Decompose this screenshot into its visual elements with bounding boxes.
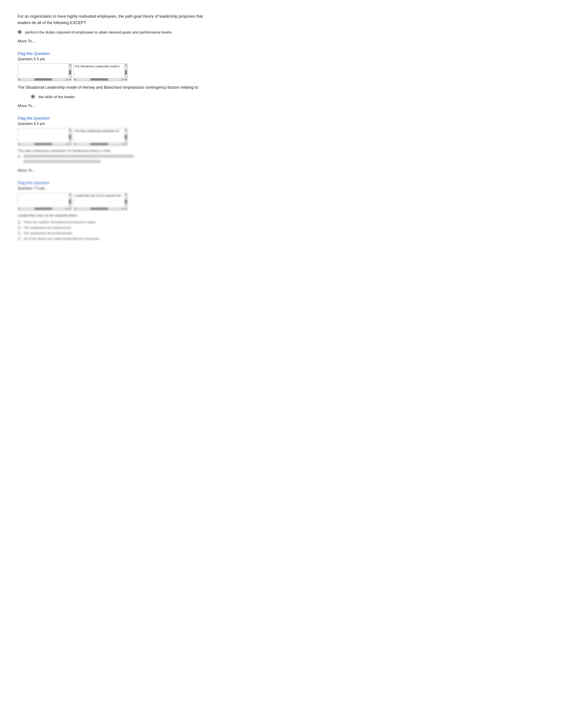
arrow-left-q6r (74, 143, 76, 145)
arrow-down-q6l (69, 144, 71, 145)
bottom-scroll-q7l (18, 207, 68, 210)
arrow-down-q7l (69, 208, 71, 210)
scrollbar-q7-left (68, 193, 71, 210)
bottom-scroll-left[interactable] (18, 78, 68, 81)
answer-q7-3: The employees are professionals. (18, 231, 203, 235)
bottom-scroll-right[interactable] (74, 78, 124, 81)
scrollbar-right-left-widget[interactable] (68, 64, 71, 81)
question-4-section: For an organization to have highly motiv… (18, 13, 203, 43)
blurred-q6-body: The idea underlying substitutes for lead… (18, 149, 203, 164)
flag-question-5[interactable]: Flag this Question (18, 51, 203, 56)
thumb-q7l (69, 199, 71, 204)
blurred-line-2 (23, 160, 101, 163)
scroll-arrow-down-r[interactable] (125, 79, 127, 81)
arrow-right-q6l (66, 143, 68, 145)
widget-right-text-q6: The idea underlining substitutes for (74, 128, 127, 137)
thumb-q6r (125, 135, 127, 139)
scroll-right-arrow-r[interactable] (122, 78, 124, 81)
question-5-section: Flag this Question Question 5 5 pts The … (18, 51, 203, 108)
arrow-right-q7r (122, 208, 124, 210)
question-7-label: Question 7 5 pts (18, 186, 203, 191)
scrollbar-right-right-widget[interactable] (124, 64, 127, 81)
question-7-blurred-block: Flag this Question Question 7 5 pts Lead… (18, 181, 203, 240)
scroll-arrow-up-r[interactable] (125, 64, 127, 66)
radio-q7-2 (18, 226, 21, 229)
h-scroll-thumb-r[interactable] (90, 78, 108, 81)
h-thumb-q6l (34, 143, 52, 145)
widget-right-text-q7: Leadership may not be required whe (74, 193, 127, 201)
scrollbar-q6-left (68, 128, 71, 146)
arrow-left-q6l (18, 143, 20, 145)
radio-q7-1 (18, 221, 21, 224)
question-7-widget: Leadership may not be required whe (18, 193, 203, 210)
question-5-widget: The Situational Leadership model o (18, 64, 203, 81)
widget-right-q6: The idea underlining substitutes for (73, 128, 128, 146)
arrow-up-q6r (125, 129, 127, 130)
arrow-up-q7l (69, 193, 71, 195)
answer-q7-2: The employees are experienced. (18, 226, 203, 229)
scroll-left-arrow[interactable] (18, 78, 20, 81)
move-to-q4[interactable]: Move To... (18, 39, 203, 43)
widget-right: The Situational Leadership model o (73, 64, 128, 81)
answer-q7-4: All of the above can make leadership les… (18, 237, 203, 240)
question-4-text: For an organization to have highly motiv… (18, 13, 203, 26)
radio-blurred-q6 (18, 155, 21, 158)
scroll-arrow-up[interactable] (69, 64, 71, 66)
question-6-section: Flag this Question Question 6 5 pts The … (18, 116, 203, 173)
scrollbar-q6-right (124, 128, 127, 146)
arrow-left-q7l (18, 208, 20, 210)
arrow-right-q6r (122, 143, 124, 145)
move-to-q5[interactable]: Move To... (18, 104, 203, 108)
answer-text-q5: the skills of the leader. (38, 94, 75, 100)
widget-right-text: The Situational Leadership model o (74, 64, 127, 72)
flag-question-7: Flag this Question (18, 181, 203, 185)
h-scroll-thumb[interactable] (34, 78, 52, 81)
widget-left-q6 (18, 128, 72, 146)
widget-left (18, 64, 72, 81)
question-5-answer-option[interactable]: the skills of the leader. (18, 94, 203, 100)
question-5-label: Question 5 5 pts (18, 57, 203, 61)
scroll-thumb[interactable] (69, 70, 71, 75)
question-6-blurred-widget: The idea underlining substitutes for The… (18, 128, 203, 173)
arrow-up-q6l (69, 129, 71, 130)
scroll-left-arrow-r[interactable] (74, 78, 76, 81)
flag-question-6[interactable]: Flag this Question (18, 116, 203, 121)
bottom-scroll-q7r (74, 207, 124, 210)
scroll-right-arrow[interactable] (66, 78, 68, 81)
radio-button-selected[interactable] (18, 30, 22, 34)
blurred-answer-q6 (18, 155, 203, 164)
bottom-scroll-q6l (18, 143, 68, 146)
widget-right-q7: Leadership may not be required whe (73, 193, 128, 210)
question-4-answer-option[interactable]: perform the duties required of employees… (18, 30, 203, 35)
answer-text: perform the duties required of employees… (25, 30, 172, 35)
blurred-line-1 (23, 155, 134, 158)
question-7-section: Flag this Question Question 7 5 pts Lead… (18, 181, 203, 240)
h-thumb-q6r (90, 143, 108, 145)
scroll-thumb-r[interactable] (125, 70, 127, 75)
radio-button-q5-selected[interactable] (31, 95, 35, 99)
arrow-up-q7r (125, 193, 127, 195)
answer-q7-1: There are explicit, formalized procedure… (18, 220, 203, 224)
arrow-left-q7r (74, 208, 76, 210)
question-6-widget: The idea underlining substitutes for (18, 128, 203, 146)
question-6-label: Question 6 5 pts (18, 122, 203, 126)
scroll-arrow-down[interactable] (69, 79, 71, 81)
thumb-q7r (125, 199, 127, 204)
arrow-down-q6r (125, 144, 127, 145)
bottom-scroll-q6r (74, 143, 124, 146)
question-5-text: The Situational Leadership model of Hers… (18, 84, 203, 91)
h-thumb-q7r (90, 208, 108, 210)
move-to-q6-blurred: Move To... (18, 168, 203, 173)
question-7-text: Leadership may not be required when: (18, 214, 203, 218)
radio-q7-4 (18, 237, 21, 240)
thumb-q6l (69, 135, 71, 139)
arrow-right-q7l (66, 208, 68, 210)
widget-left-q7 (18, 193, 72, 210)
arrow-down-q7r (125, 208, 127, 210)
radio-q7-3 (18, 232, 21, 235)
h-thumb-q7l (34, 208, 52, 210)
scrollbar-q7-right (124, 193, 127, 210)
